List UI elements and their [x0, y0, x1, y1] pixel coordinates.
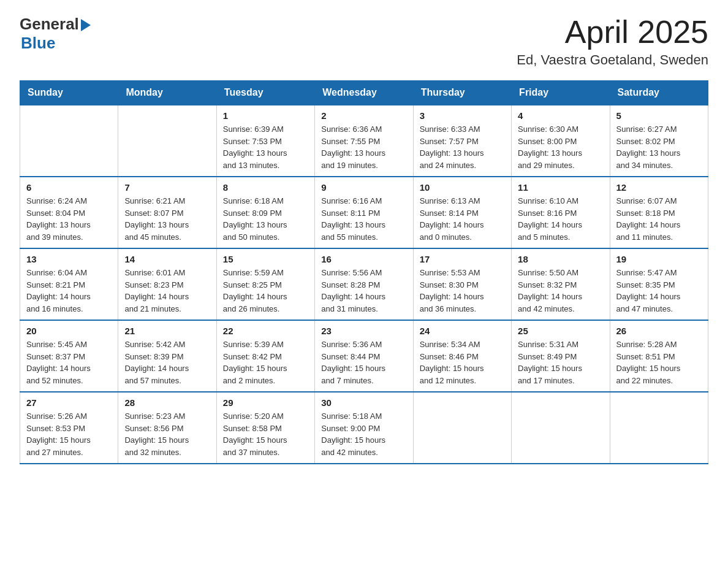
weekday-header-tuesday: Tuesday	[216, 81, 314, 105]
calendar-table: SundayMondayTuesdayWednesdayThursdayFrid…	[20, 80, 708, 464]
calendar-week-row: 20Sunrise: 5:45 AM Sunset: 8:37 PM Dayli…	[20, 320, 708, 392]
day-number: 6	[26, 182, 112, 193]
day-info: Sunrise: 6:39 AM Sunset: 7:53 PM Dayligh…	[223, 123, 308, 171]
day-number: 28	[124, 397, 210, 408]
calendar-cell: 17Sunrise: 5:53 AM Sunset: 8:30 PM Dayli…	[413, 248, 511, 320]
calendar-cell: 27Sunrise: 5:26 AM Sunset: 8:53 PM Dayli…	[20, 392, 118, 464]
day-number: 15	[223, 254, 308, 264]
calendar-cell: 21Sunrise: 5:42 AM Sunset: 8:39 PM Dayli…	[118, 320, 216, 392]
day-number: 2	[321, 110, 406, 121]
day-info: Sunrise: 5:36 AM Sunset: 8:44 PM Dayligh…	[321, 339, 406, 386]
calendar-cell	[413, 392, 511, 464]
day-info: Sunrise: 6:24 AM Sunset: 8:04 PM Dayligh…	[26, 195, 112, 243]
weekday-header-monday: Monday	[118, 81, 216, 105]
calendar-cell: 25Sunrise: 5:31 AM Sunset: 8:49 PM Dayli…	[512, 320, 610, 392]
day-info: Sunrise: 6:10 AM Sunset: 8:16 PM Dayligh…	[518, 195, 603, 243]
day-number: 18	[518, 254, 603, 264]
day-number: 8	[223, 182, 308, 193]
calendar-cell: 30Sunrise: 5:18 AM Sunset: 9:00 PM Dayli…	[315, 392, 413, 464]
day-info: Sunrise: 5:23 AM Sunset: 8:56 PM Dayligh…	[124, 410, 210, 458]
day-info: Sunrise: 6:04 AM Sunset: 8:21 PM Dayligh…	[26, 267, 112, 315]
calendar-week-row: 6Sunrise: 6:24 AM Sunset: 8:04 PM Daylig…	[20, 177, 708, 248]
calendar-week-row: 27Sunrise: 5:26 AM Sunset: 8:53 PM Dayli…	[20, 392, 708, 464]
weekday-header-saturday: Saturday	[610, 81, 708, 105]
day-number: 4	[518, 110, 603, 121]
day-number: 12	[616, 182, 702, 193]
logo-general-text: General	[20, 15, 79, 34]
weekday-header-wednesday: Wednesday	[315, 81, 413, 105]
day-info: Sunrise: 6:16 AM Sunset: 8:11 PM Dayligh…	[321, 195, 406, 243]
day-info: Sunrise: 5:26 AM Sunset: 8:53 PM Dayligh…	[26, 410, 112, 458]
day-info: Sunrise: 6:36 AM Sunset: 7:55 PM Dayligh…	[321, 123, 406, 171]
day-info: Sunrise: 6:07 AM Sunset: 8:18 PM Dayligh…	[616, 195, 702, 243]
weekday-header-thursday: Thursday	[413, 81, 511, 105]
day-number: 25	[518, 326, 603, 336]
calendar-cell: 6Sunrise: 6:24 AM Sunset: 8:04 PM Daylig…	[20, 177, 118, 248]
day-info: Sunrise: 5:45 AM Sunset: 8:37 PM Dayligh…	[26, 339, 112, 386]
calendar-cell	[20, 105, 118, 177]
calendar-cell: 19Sunrise: 5:47 AM Sunset: 8:35 PM Dayli…	[610, 248, 708, 320]
calendar-header-row: SundayMondayTuesdayWednesdayThursdayFrid…	[20, 81, 708, 105]
calendar-cell: 24Sunrise: 5:34 AM Sunset: 8:46 PM Dayli…	[413, 320, 511, 392]
calendar-cell: 15Sunrise: 5:59 AM Sunset: 8:25 PM Dayli…	[216, 248, 314, 320]
calendar-cell: 1Sunrise: 6:39 AM Sunset: 7:53 PM Daylig…	[216, 105, 314, 177]
day-info: Sunrise: 5:18 AM Sunset: 9:00 PM Dayligh…	[321, 410, 406, 458]
calendar-cell: 5Sunrise: 6:27 AM Sunset: 8:02 PM Daylig…	[610, 105, 708, 177]
calendar-week-row: 13Sunrise: 6:04 AM Sunset: 8:21 PM Dayli…	[20, 248, 708, 320]
calendar-cell	[118, 105, 216, 177]
calendar-cell: 9Sunrise: 6:16 AM Sunset: 8:11 PM Daylig…	[315, 177, 413, 248]
day-info: Sunrise: 5:50 AM Sunset: 8:32 PM Dayligh…	[518, 267, 603, 315]
calendar-cell: 8Sunrise: 6:18 AM Sunset: 8:09 PM Daylig…	[216, 177, 314, 248]
calendar-cell: 11Sunrise: 6:10 AM Sunset: 8:16 PM Dayli…	[512, 177, 610, 248]
day-info: Sunrise: 5:39 AM Sunset: 8:42 PM Dayligh…	[223, 339, 308, 386]
day-info: Sunrise: 5:20 AM Sunset: 8:58 PM Dayligh…	[223, 410, 308, 458]
day-info: Sunrise: 6:01 AM Sunset: 8:23 PM Dayligh…	[124, 267, 210, 315]
day-number: 7	[124, 182, 210, 193]
day-number: 29	[223, 397, 308, 408]
calendar-cell: 12Sunrise: 6:07 AM Sunset: 8:18 PM Dayli…	[610, 177, 708, 248]
logo: General Blue	[20, 15, 91, 53]
day-number: 13	[26, 254, 112, 264]
day-number: 17	[420, 254, 505, 264]
day-number: 9	[321, 182, 406, 193]
day-info: Sunrise: 5:31 AM Sunset: 8:49 PM Dayligh…	[518, 339, 603, 386]
calendar-week-row: 1Sunrise: 6:39 AM Sunset: 7:53 PM Daylig…	[20, 105, 708, 177]
calendar-cell	[610, 392, 708, 464]
day-number: 11	[518, 182, 603, 193]
day-number: 19	[616, 254, 702, 264]
calendar-cell: 29Sunrise: 5:20 AM Sunset: 8:58 PM Dayli…	[216, 392, 314, 464]
calendar-cell: 7Sunrise: 6:21 AM Sunset: 8:07 PM Daylig…	[118, 177, 216, 248]
day-number: 1	[223, 110, 308, 121]
calendar-cell: 14Sunrise: 6:01 AM Sunset: 8:23 PM Dayli…	[118, 248, 216, 320]
calendar-cell: 13Sunrise: 6:04 AM Sunset: 8:21 PM Dayli…	[20, 248, 118, 320]
calendar-subtitle: Ed, Vaestra Goetaland, Sweden	[517, 52, 708, 68]
day-info: Sunrise: 6:21 AM Sunset: 8:07 PM Dayligh…	[124, 195, 210, 243]
day-number: 3	[420, 110, 505, 121]
day-number: 26	[616, 326, 702, 336]
day-number: 22	[223, 326, 308, 336]
header-right: April 2025 Ed, Vaestra Goetaland, Sweden	[517, 15, 708, 68]
page-header: General Blue April 2025 Ed, Vaestra Goet…	[20, 15, 708, 68]
day-number: 16	[321, 254, 406, 264]
day-info: Sunrise: 5:59 AM Sunset: 8:25 PM Dayligh…	[223, 267, 308, 315]
day-info: Sunrise: 5:34 AM Sunset: 8:46 PM Dayligh…	[420, 339, 505, 386]
day-info: Sunrise: 6:27 AM Sunset: 8:02 PM Dayligh…	[616, 123, 702, 171]
calendar-cell: 3Sunrise: 6:33 AM Sunset: 7:57 PM Daylig…	[413, 105, 511, 177]
day-info: Sunrise: 5:42 AM Sunset: 8:39 PM Dayligh…	[124, 339, 210, 386]
day-info: Sunrise: 6:30 AM Sunset: 8:00 PM Dayligh…	[518, 123, 603, 171]
day-number: 10	[420, 182, 505, 193]
calendar-cell: 26Sunrise: 5:28 AM Sunset: 8:51 PM Dayli…	[610, 320, 708, 392]
day-info: Sunrise: 5:28 AM Sunset: 8:51 PM Dayligh…	[616, 339, 702, 386]
day-info: Sunrise: 6:33 AM Sunset: 7:57 PM Dayligh…	[420, 123, 505, 171]
calendar-cell: 18Sunrise: 5:50 AM Sunset: 8:32 PM Dayli…	[512, 248, 610, 320]
day-info: Sunrise: 5:56 AM Sunset: 8:28 PM Dayligh…	[321, 267, 406, 315]
day-info: Sunrise: 6:18 AM Sunset: 8:09 PM Dayligh…	[223, 195, 308, 243]
day-number: 5	[616, 110, 702, 121]
calendar-cell: 10Sunrise: 6:13 AM Sunset: 8:14 PM Dayli…	[413, 177, 511, 248]
calendar-title: April 2025	[517, 15, 708, 50]
day-info: Sunrise: 5:47 AM Sunset: 8:35 PM Dayligh…	[616, 267, 702, 315]
logo-arrow-icon	[81, 19, 91, 31]
day-number: 24	[420, 326, 505, 336]
day-number: 30	[321, 397, 406, 408]
logo-blue-text: Blue	[21, 34, 55, 53]
